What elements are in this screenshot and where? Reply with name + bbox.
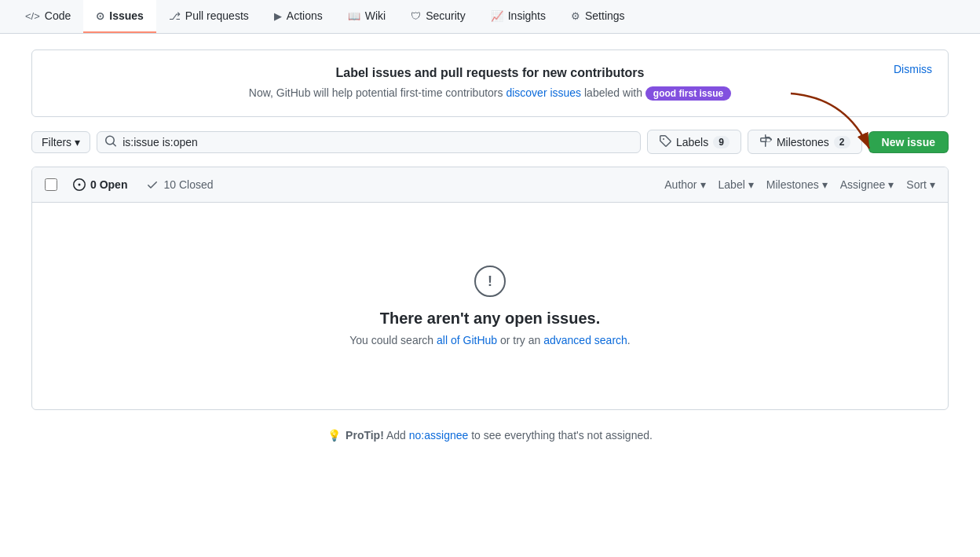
tab-settings[interactable]: ⚙ Settings <box>558 0 638 33</box>
banner-title: Label issues and pull requests for new c… <box>51 66 929 80</box>
nav-tabs: </> Code ⊙ Issues ⎇ Pull requests ▶ Acti… <box>0 0 980 34</box>
chevron-down-icon: ▾ <box>888 178 894 191</box>
gear-icon: ⚙ <box>571 10 580 22</box>
chevron-down-icon: ▾ <box>822 178 828 191</box>
contributor-banner: Dismiss Label issues and pull requests f… <box>31 49 949 117</box>
tab-wiki[interactable]: 📖 Wiki <box>335 0 398 33</box>
milestones-button[interactable]: Milestones 2 <box>748 130 862 154</box>
closed-issues-tab[interactable]: 10 Closed <box>143 177 216 192</box>
filter-button[interactable]: Filters ▾ <box>31 131 90 153</box>
tab-code[interactable]: </> Code <box>13 0 83 33</box>
discover-issues-link[interactable]: discover issues <box>506 86 581 99</box>
sort-filter[interactable]: Sort ▾ <box>906 178 935 191</box>
code-icon: </> <box>25 10 40 22</box>
issues-container: 0 Open 10 Closed Author ▾ Label ▾ <box>31 167 949 410</box>
wiki-icon: 📖 <box>348 10 360 22</box>
chevron-down-icon: ▾ <box>748 178 754 191</box>
tab-actions[interactable]: ▶ Actions <box>261 0 335 33</box>
bulb-icon: 💡 <box>327 429 341 442</box>
tab-insights[interactable]: 📈 Insights <box>478 0 558 33</box>
labels-button[interactable]: Labels 9 <box>647 130 741 154</box>
author-filter[interactable]: Author ▾ <box>664 178 705 191</box>
tab-issues[interactable]: ⊙ Issues <box>83 0 156 33</box>
milestone-icon <box>759 134 772 149</box>
empty-state-body: You could search all of GitHub or try an… <box>349 334 631 346</box>
advanced-search-link[interactable]: advanced search <box>543 334 627 346</box>
issue-icon: ⊙ <box>96 10 104 22</box>
label-filter[interactable]: Label ▾ <box>719 178 754 191</box>
protip: 💡 ProTip! Add no:assignee to see everyth… <box>31 429 949 442</box>
issues-table-header: 0 Open 10 Closed Author ▾ Label ▾ <box>32 167 948 203</box>
issues-toolbar: Filters ▾ Labels 9 <box>31 130 949 154</box>
labels-count: 9 <box>713 136 730 148</box>
milestones-count: 2 <box>834 136 850 148</box>
pr-icon: ⎇ <box>169 10 181 22</box>
header-filters: Author ▾ Label ▾ Milestones ▾ Assignee ▾ <box>664 178 935 191</box>
search-icon <box>104 134 117 149</box>
no-assignee-link[interactable]: no:assignee <box>409 429 469 442</box>
label-icon <box>659 134 671 149</box>
actions-icon: ▶ <box>274 10 282 22</box>
chevron-down-icon: ▾ <box>930 178 935 191</box>
dismiss-button[interactable]: Dismiss <box>894 63 932 75</box>
open-issues-tab[interactable]: 0 Open <box>70 177 130 192</box>
tab-pull-requests[interactable]: ⎇ Pull requests <box>156 0 261 33</box>
milestones-filter[interactable]: Milestones ▾ <box>766 178 828 191</box>
search-input[interactable] <box>97 131 641 153</box>
empty-state: ! There aren't any open issues. You coul… <box>32 203 948 409</box>
empty-state-title: There aren't any open issues. <box>380 310 600 328</box>
search-wrapper <box>97 131 641 153</box>
graph-icon: 📈 <box>491 10 503 22</box>
all-github-link[interactable]: all of GitHub <box>437 334 497 346</box>
empty-state-icon: ! <box>474 266 506 297</box>
new-issue-button[interactable]: New issue <box>868 131 949 153</box>
chevron-down-icon: ▾ <box>700 178 706 191</box>
good-first-issue-badge: good first issue <box>645 86 731 101</box>
shield-icon: 🛡 <box>411 10 421 22</box>
banner-body: Now, GitHub will help potential first-ti… <box>51 86 929 101</box>
assignee-filter[interactable]: Assignee ▾ <box>840 178 894 191</box>
chevron-down-icon: ▾ <box>75 136 80 148</box>
select-all-checkbox[interactable] <box>45 178 57 191</box>
tab-security[interactable]: 🛡 Security <box>398 0 478 33</box>
